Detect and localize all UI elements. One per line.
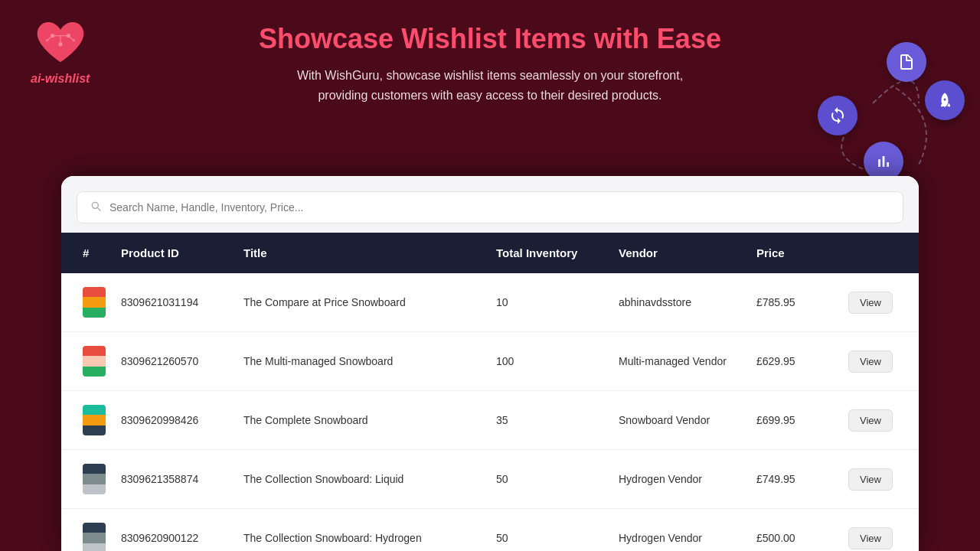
rocket-icon: [925, 80, 965, 120]
product-thumbnail: [83, 346, 106, 377]
product-thumb-cell: [77, 391, 115, 449]
view-button[interactable]: View: [848, 292, 893, 314]
price-cell: £785.95: [750, 282, 842, 322]
sync-icon: [818, 96, 858, 135]
product-thumbnail: [83, 464, 106, 494]
action-cell[interactable]: View: [842, 455, 903, 504]
view-button[interactable]: View: [848, 468, 893, 491]
search-input-wrapper: [77, 191, 903, 223]
product-thumb-cell: [77, 450, 115, 508]
inventory-cell: 35: [490, 400, 612, 440]
product-title-cell: The Multi-managed Snowboard: [237, 341, 490, 381]
product-id-cell: 8309621358874: [115, 459, 237, 499]
main-container: # Product ID Title Total Inventory Vendo…: [61, 176, 919, 551]
search-icon: [90, 200, 102, 215]
inventory-cell: 50: [490, 459, 612, 499]
price-cell: £629.95: [750, 341, 842, 381]
table-header: # Product ID Title Total Inventory Vendo…: [61, 233, 919, 273]
product-thumbnail: [83, 405, 106, 435]
table-row: 8309621260570 The Multi-managed Snowboar…: [61, 332, 919, 391]
price-cell: £500.00: [750, 518, 842, 551]
table-row: 8309620900122 The Collection Snowboard: …: [61, 509, 919, 551]
inventory-cell: 10: [490, 282, 612, 322]
doc-icon: [887, 42, 926, 82]
col-title: Title: [237, 233, 490, 273]
product-thumbnail: [83, 287, 106, 318]
product-title-cell: The Complete Snowboard: [237, 400, 490, 440]
vendor-cell: Hydrogen Vendor: [612, 518, 750, 551]
product-id-cell: 8309620998426: [115, 400, 237, 440]
product-thumb-cell: [77, 332, 115, 390]
col-inventory: Total Inventory: [490, 233, 612, 273]
view-button[interactable]: View: [848, 350, 893, 373]
vendor-cell: Hydrogen Vendor: [612, 459, 750, 499]
search-bar-area: [61, 176, 919, 223]
search-input[interactable]: [109, 201, 890, 214]
price-cell: £749.95: [750, 459, 842, 499]
col-price: Price: [750, 233, 842, 273]
product-id-cell: 8309621031194: [115, 282, 237, 322]
inventory-cell: 50: [490, 518, 612, 551]
vendor-cell: abhinavdsstore: [612, 282, 750, 322]
action-cell[interactable]: View: [842, 396, 903, 445]
view-button[interactable]: View: [848, 527, 893, 549]
page-title: Showcase Wishlist Items with Ease: [153, 23, 827, 55]
table-wrapper: # Product ID Title Total Inventory Vendo…: [61, 233, 919, 551]
action-cell[interactable]: View: [842, 278, 903, 328]
product-thumbnail: [83, 523, 106, 551]
table-row: 8309621031194 The Compare at Price Snowb…: [61, 273, 919, 332]
col-action: [842, 240, 903, 267]
col-hash: #: [77, 233, 115, 273]
table-row: 8309620998426 The Complete Snowboard 35 …: [61, 391, 919, 450]
product-id-cell: 8309621260570: [115, 341, 237, 381]
inventory-cell: 100: [490, 341, 612, 381]
view-button[interactable]: View: [848, 409, 893, 432]
col-product-id: Product ID: [115, 233, 237, 273]
page-subtitle: With WishGuru, showcase wishlist items s…: [230, 66, 750, 105]
vendor-cell: Snowboard Vendor: [612, 400, 750, 440]
col-vendor: Vendor: [612, 233, 750, 273]
product-thumb-cell: [77, 509, 115, 551]
table-row: 8309621358874 The Collection Snowboard: …: [61, 450, 919, 509]
action-cell[interactable]: View: [842, 514, 903, 552]
vendor-cell: Multi-managed Vendor: [612, 341, 750, 381]
product-id-cell: 8309620900122: [115, 518, 237, 551]
product-title-cell: The Collection Snowboard: Liquid: [237, 459, 490, 499]
price-cell: £699.95: [750, 400, 842, 440]
table-body: 8309621031194 The Compare at Price Snowb…: [61, 273, 919, 551]
product-title-cell: The Collection Snowboard: Hydrogen: [237, 518, 490, 551]
product-thumb-cell: [77, 273, 115, 331]
product-title-cell: The Compare at Price Snowboard: [237, 282, 490, 322]
action-cell[interactable]: View: [842, 337, 903, 386]
